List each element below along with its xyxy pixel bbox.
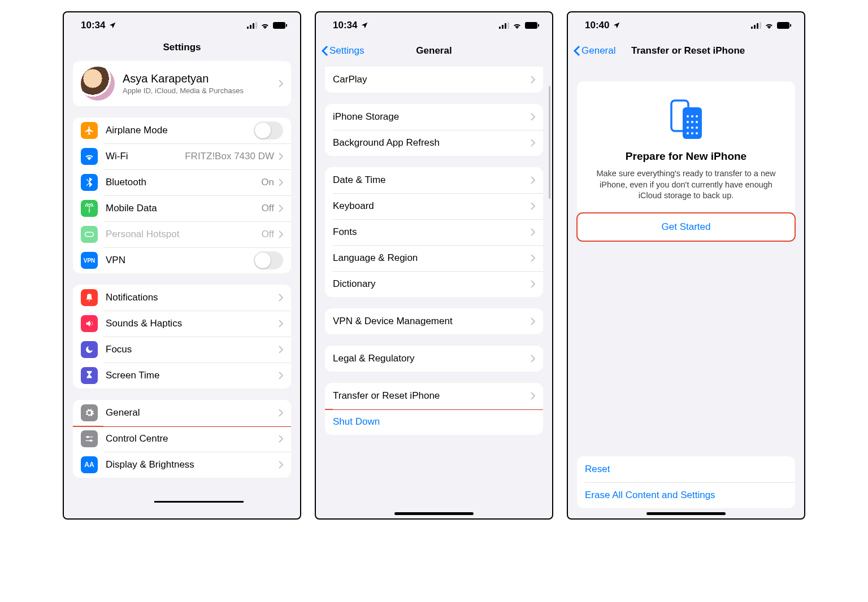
- toggle[interactable]: [254, 121, 283, 139]
- svg-rect-12: [505, 23, 506, 29]
- svg-rect-19: [760, 22, 761, 29]
- chevron-right-icon: [279, 409, 283, 417]
- nav-bar: Settings General: [316, 38, 552, 63]
- row-label: Keyboard: [333, 200, 531, 212]
- row-date-time[interactable]: Date & Time: [325, 167, 543, 193]
- row-wifi[interactable]: Wi-Fi FRITZ!Box 7430 DW: [73, 143, 291, 169]
- svg-point-31: [691, 126, 693, 129]
- row-general[interactable]: General: [73, 400, 291, 426]
- status-bar: 10:40: [568, 12, 804, 38]
- svg-rect-20: [777, 22, 789, 29]
- chevron-right-icon: [279, 372, 283, 379]
- speaker-icon: [81, 315, 98, 332]
- svg-point-35: [696, 132, 698, 134]
- page-title: General: [416, 45, 452, 56]
- chevron-left-icon: [322, 45, 328, 56]
- row-erase-all[interactable]: Erase All Content and Settings: [577, 482, 795, 508]
- chevron-right-icon: [531, 280, 535, 288]
- bell-icon: [81, 289, 98, 306]
- status-bar: 10:34: [316, 12, 552, 38]
- home-indicator[interactable]: [394, 512, 474, 515]
- location-icon: [108, 21, 116, 29]
- row-vpn-device-management[interactable]: VPN & Device Management: [325, 308, 543, 334]
- row-mobile-data[interactable]: Mobile Data Off: [73, 195, 291, 221]
- chevron-right-icon: [279, 204, 283, 212]
- row-legal-regulatory[interactable]: Legal & Regulatory: [325, 346, 543, 372]
- row-fonts[interactable]: Fonts: [325, 219, 543, 245]
- cellular-icon: [751, 22, 761, 29]
- row-reset[interactable]: Reset: [577, 456, 795, 482]
- hotspot-icon: [81, 226, 98, 243]
- row-iphone-storage[interactable]: iPhone Storage: [325, 104, 543, 130]
- svg-point-24: [687, 115, 689, 117]
- row-label: Shut Down: [333, 416, 535, 427]
- row-label: Display & Brightness: [106, 459, 279, 470]
- row-shut-down[interactable]: Shut Down: [325, 409, 543, 435]
- row-value: Off: [262, 203, 274, 214]
- group-storage: iPhone Storage Background App Refresh: [325, 104, 543, 156]
- chevron-right-icon: [531, 76, 535, 84]
- chevron-left-icon: [574, 45, 580, 56]
- status-time: 10:34: [81, 20, 105, 31]
- svg-rect-0: [247, 27, 249, 29]
- chevron-right-icon: [531, 202, 535, 210]
- row-label: Erase All Content and Settings: [585, 490, 787, 501]
- row-display-brightness[interactable]: AA Display & Brightness: [73, 452, 291, 478]
- chevron-right-icon: [279, 320, 283, 328]
- aa-icon: AA: [81, 456, 98, 473]
- chevron-right-icon: [279, 80, 283, 88]
- gear-icon: [81, 404, 98, 421]
- row-label: Date & Time: [333, 175, 531, 186]
- svg-rect-16: [751, 27, 753, 29]
- row-focus[interactable]: Focus: [73, 337, 291, 363]
- screen-general: 10:34 Settings General CarPlay iPhone St…: [315, 11, 553, 520]
- row-label: VPN & Device Management: [333, 316, 531, 327]
- row-personal-hotspot[interactable]: Personal Hotspot Off: [73, 221, 291, 247]
- chevron-right-icon: [531, 317, 535, 325]
- row-value: On: [261, 177, 274, 188]
- row-keyboard[interactable]: Keyboard: [325, 193, 543, 219]
- scrollbar[interactable]: [549, 86, 550, 199]
- group-transfer-reset: Transfer or Reset iPhone Shut Down: [325, 383, 543, 435]
- back-button[interactable]: General: [574, 45, 615, 56]
- row-label: Screen Time: [106, 370, 279, 381]
- row-transfer-reset[interactable]: Transfer or Reset iPhone: [325, 383, 543, 409]
- wifi-icon: [765, 22, 774, 29]
- row-notifications[interactable]: Notifications: [73, 285, 291, 311]
- row-airplane-mode[interactable]: Airplane Mode: [73, 117, 291, 143]
- svg-rect-4: [273, 22, 285, 29]
- screen-settings: 10:34 Settings Asya Karapetyan Apple ID,…: [63, 11, 301, 520]
- svg-point-25: [691, 115, 693, 117]
- row-language-region[interactable]: Language & Region: [325, 245, 543, 271]
- page-title: Transfer or Reset iPhone: [631, 45, 745, 56]
- chevron-right-icon: [531, 228, 535, 236]
- apple-id-row[interactable]: Asya Karapetyan Apple ID, iCloud, Media …: [73, 61, 291, 106]
- cellular-icon: [499, 22, 509, 29]
- svg-rect-14: [525, 22, 537, 29]
- svg-rect-9: [85, 440, 93, 441]
- row-screen-time[interactable]: Screen Time: [73, 363, 291, 389]
- redaction-bar: [154, 501, 244, 503]
- row-background-refresh[interactable]: Background App Refresh: [325, 130, 543, 156]
- group-carplay: CarPlay: [325, 67, 543, 93]
- row-label: Wi-Fi: [106, 151, 185, 162]
- chevron-right-icon: [531, 176, 535, 184]
- card-heading: Prepare for New iPhone: [588, 150, 784, 163]
- svg-rect-5: [286, 24, 287, 27]
- back-button[interactable]: Settings: [322, 45, 364, 56]
- row-bluetooth[interactable]: Bluetooth On: [73, 169, 291, 195]
- row-value: Off: [262, 229, 274, 240]
- row-control-centre[interactable]: Control Centre: [73, 426, 291, 452]
- toggle[interactable]: [254, 251, 283, 269]
- row-carplay[interactable]: CarPlay: [325, 67, 543, 93]
- row-vpn[interactable]: VPN VPN: [73, 247, 291, 273]
- row-sounds[interactable]: Sounds & Haptics: [73, 311, 291, 337]
- settings-group-connectivity: Airplane Mode Wi-Fi FRITZ!Box 7430 DW Bl…: [73, 117, 291, 273]
- sliders-icon: [81, 430, 98, 447]
- get-started-button[interactable]: Get Started: [577, 213, 795, 241]
- svg-rect-7: [85, 437, 93, 437]
- svg-rect-10: [499, 27, 501, 29]
- row-dictionary[interactable]: Dictionary: [325, 271, 543, 297]
- row-label: Legal & Regulatory: [333, 353, 531, 364]
- home-indicator[interactable]: [646, 512, 726, 515]
